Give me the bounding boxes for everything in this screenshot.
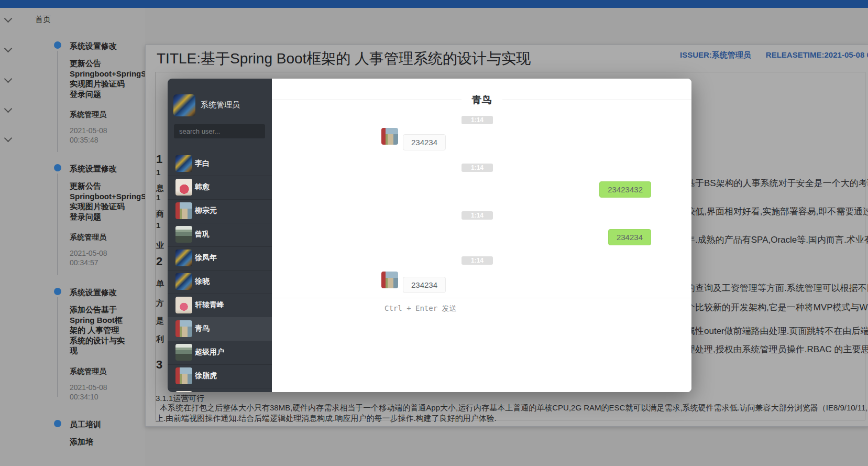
avatar bbox=[175, 391, 192, 392]
user-name: 韩愈 bbox=[195, 182, 210, 192]
avatar bbox=[175, 226, 192, 243]
user-name: 徐凤年 bbox=[195, 253, 217, 263]
list-item-user[interactable]: 轩辕青峰 bbox=[168, 294, 272, 318]
avatar bbox=[175, 320, 192, 337]
user-list: 李白 韩愈 柳宗元 曾巩 徐凤年 bbox=[168, 152, 272, 392]
user-name: 轩辕青峰 bbox=[195, 300, 224, 310]
conversation-title: 青鸟 bbox=[462, 93, 502, 107]
user-name: 李白 bbox=[195, 159, 210, 168]
list-item-user[interactable] bbox=[168, 388, 272, 392]
avatar bbox=[175, 273, 192, 290]
chat-header: 青鸟 bbox=[272, 93, 691, 106]
message-bubble: 23423432 bbox=[599, 181, 651, 198]
list-item-user[interactable]: 徐晓 bbox=[168, 270, 272, 294]
avatar bbox=[381, 272, 398, 288]
message-time-badge: 1:14 bbox=[462, 164, 493, 172]
list-item-user[interactable]: 李白 bbox=[168, 152, 272, 176]
user-panel: 系统管理员 李白 韩愈 柳宗元 曾巩 bbox=[168, 79, 272, 392]
user-name: 曾巩 bbox=[195, 230, 210, 239]
message-bubble: 234234 bbox=[403, 134, 446, 150]
message-time-badge: 1:14 bbox=[462, 211, 493, 220]
list-item-user[interactable]: 徐凤年 bbox=[168, 246, 272, 270]
avatar bbox=[175, 250, 192, 266]
list-item-user[interactable]: 超级用户 bbox=[168, 341, 272, 365]
user-name: 柳宗元 bbox=[195, 206, 217, 215]
avatar bbox=[175, 155, 192, 172]
avatar bbox=[175, 202, 192, 219]
avatar bbox=[175, 179, 192, 196]
search-input[interactable] bbox=[174, 124, 265, 138]
composer-hint: Ctrl + Enter 发送 bbox=[384, 304, 457, 313]
screen: 首页 系统设置修改 更新公告 Springboot+SpringS 实现图片验证… bbox=[0, 0, 868, 466]
user-name: 青鸟 bbox=[195, 324, 210, 333]
list-item-user-selected[interactable]: 青鸟 bbox=[168, 317, 272, 341]
user-name: 超级用户 bbox=[195, 348, 224, 357]
avatar bbox=[175, 344, 192, 361]
message-time-badge: 1:14 bbox=[462, 256, 493, 265]
user-name: 徐晓 bbox=[195, 277, 210, 286]
current-user-name: 系统管理员 bbox=[201, 100, 240, 110]
user-name: 徐脂虎 bbox=[195, 371, 217, 381]
avatar bbox=[175, 367, 192, 384]
avatar bbox=[173, 94, 195, 116]
list-item-user[interactable]: 韩愈 bbox=[168, 176, 272, 200]
message-input[interactable]: Ctrl + Enter 发送 bbox=[272, 298, 691, 392]
chat-area: 青鸟 1:14 234234 1:14 23423432 1:14 234234… bbox=[272, 79, 691, 392]
avatar bbox=[175, 297, 192, 313]
message-time-badge: 1:14 bbox=[462, 116, 493, 124]
list-item-user[interactable]: 柳宗元 bbox=[168, 199, 272, 223]
chat-dialog: 系统管理员 李白 韩愈 柳宗元 曾巩 bbox=[168, 79, 691, 392]
list-item-user[interactable]: 曾巩 bbox=[168, 223, 272, 247]
list-item-user[interactable]: 徐脂虎 bbox=[168, 364, 272, 388]
message-bubble: 234234 bbox=[608, 229, 651, 245]
message-bubble: 234234 bbox=[403, 277, 446, 293]
avatar bbox=[381, 128, 398, 145]
